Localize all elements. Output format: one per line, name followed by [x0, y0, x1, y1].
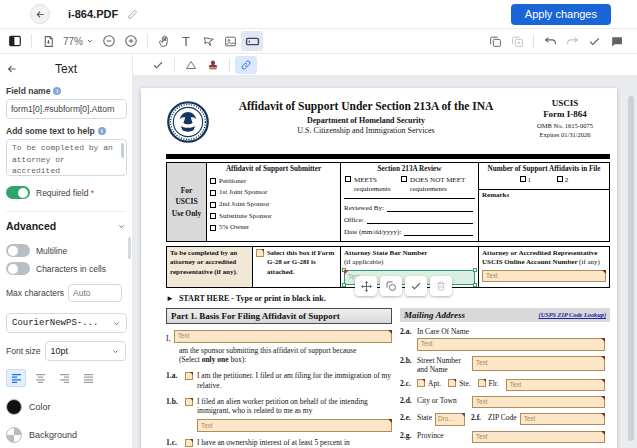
font-family-select[interactable]: CourierNewPS-...	[6, 313, 127, 333]
uscis-account-field[interactable]: Text	[482, 270, 606, 282]
back-button[interactable]	[30, 4, 50, 24]
textarea-scrollbar[interactable]	[121, 143, 124, 158]
checkbox[interactable]	[210, 202, 216, 208]
characters-in-cells-toggle[interactable]	[6, 262, 30, 275]
apt-ste-flr-field[interactable]: Text	[506, 379, 605, 391]
state-dropdown-field[interactable]: Dro...	[435, 413, 465, 426]
info-icon[interactable]: i	[53, 87, 61, 95]
multiline-label: Multiline	[36, 246, 67, 256]
zoom-out-button[interactable]	[98, 31, 120, 51]
intro-prefix: I,	[166, 334, 171, 343]
info-icon[interactable]: i	[98, 127, 106, 135]
resize-handle[interactable]	[342, 283, 346, 287]
mailing-title: Mailing Address	[404, 310, 465, 320]
link-tool[interactable]	[235, 56, 257, 74]
text-align-group	[6, 369, 126, 387]
align-right-button[interactable]	[54, 369, 74, 387]
item-1a-checkbox-field[interactable]	[185, 372, 193, 380]
item-1b-checkbox-field[interactable]	[185, 398, 193, 406]
mailing-header: Mailing Address (USPS ZIP Code Lookup)	[400, 308, 610, 322]
zoom-level-select[interactable]: 77%	[59, 36, 98, 47]
required-flag	[344, 270, 349, 275]
remarks-box: Remarks	[479, 189, 609, 234]
comments-icon[interactable]	[605, 31, 627, 51]
multiline-row: Multiline	[6, 244, 126, 257]
sidebar-toggle-icon[interactable]	[4, 31, 26, 51]
background-row: Background	[6, 427, 126, 443]
align-justify-button[interactable]	[78, 369, 98, 387]
sponsor-name-field[interactable]: Text	[174, 330, 392, 343]
delete-field-button[interactable]	[430, 276, 452, 296]
form-field-tool[interactable]	[241, 31, 263, 51]
merge-copy-icon[interactable]	[506, 31, 528, 51]
resize-handle[interactable]	[473, 268, 477, 272]
undo-button[interactable]	[539, 31, 561, 51]
mailing-row-2c: 2.c. Apt. Ste. Flr. Text	[400, 379, 610, 391]
text-color-swatch[interactable]	[6, 399, 22, 415]
checkbox[interactable]	[401, 176, 407, 182]
background-color-swatch[interactable]	[6, 427, 22, 443]
checkbox[interactable]	[345, 176, 351, 182]
advanced-section-header[interactable]: Advanced	[6, 211, 126, 234]
checkbox[interactable]	[557, 176, 563, 182]
ste-checkbox-field[interactable]	[448, 379, 456, 387]
image-tool[interactable]	[219, 31, 241, 51]
checkbox[interactable]	[520, 176, 526, 182]
align-left-button[interactable]	[6, 369, 26, 387]
sidebar-scrollbar[interactable]	[128, 237, 131, 259]
checkbox[interactable]	[210, 213, 216, 219]
font-size-select[interactable]: 10pt	[45, 341, 127, 361]
item-1c-checkbox-field[interactable]	[185, 439, 193, 447]
document-canvas[interactable]: Affidavit of Support Under Section 213A …	[133, 76, 637, 448]
duplicate-page-icon[interactable]	[484, 31, 506, 51]
omb-number: OMB No. 1615-0075	[520, 122, 610, 129]
in-care-of-field[interactable]: Text	[417, 338, 605, 351]
zoom-in-button[interactable]	[120, 31, 142, 51]
approve-check-icon[interactable]	[583, 31, 605, 51]
checkbox[interactable]	[210, 190, 216, 196]
street-number-field[interactable]: Text	[472, 356, 605, 371]
duplicate-field-button[interactable]	[380, 276, 402, 296]
dhs-seal	[166, 96, 212, 152]
font-size-value: 10pt	[51, 346, 69, 356]
page-settings-icon[interactable]	[37, 31, 59, 51]
sidebar-header: Text	[6, 62, 126, 76]
usps-zip-lookup-link[interactable]: (USPS ZIP Code Lookup)	[539, 311, 606, 318]
canvas-vertical-scrollbar[interactable]	[628, 96, 634, 441]
confirm-field-button[interactable]	[405, 276, 427, 296]
checkbox[interactable]	[210, 178, 216, 184]
zip-code-field[interactable]: Text	[520, 413, 605, 425]
pan-hand-tool[interactable]	[153, 31, 175, 51]
triangle-shape-tool[interactable]	[180, 56, 202, 74]
multiline-toggle[interactable]	[6, 244, 30, 257]
check-annotation-tool[interactable]	[147, 56, 169, 74]
flr-checkbox-field[interactable]	[478, 379, 486, 387]
item-1b-text-field[interactable]: Text	[197, 419, 392, 432]
mailing-row-2g: 2.g. Province Text	[400, 431, 610, 443]
help-text-textarea[interactable]: To be completed by an attorney or accred…	[6, 139, 127, 176]
apply-changes-button[interactable]: Apply changes	[511, 4, 611, 25]
checkbox[interactable]	[210, 225, 216, 231]
main-toolbar: 77% T	[0, 28, 637, 54]
city-field[interactable]: Text	[472, 396, 605, 408]
required-field-toggle[interactable]	[6, 186, 30, 199]
form-number: Form I-864	[543, 109, 587, 119]
help-text-label: Add some text to help i	[6, 126, 126, 136]
field-name-input[interactable]	[6, 99, 127, 119]
mailing-row-2b: 2.b. Street Number and Name Text	[400, 356, 610, 374]
callout-shape-tool[interactable]	[197, 31, 219, 51]
apt-checkbox-field[interactable]	[417, 379, 425, 387]
submitter-header: Affidavit of Support Submitter	[210, 165, 337, 174]
max-characters-input[interactable]	[68, 284, 122, 302]
redo-button[interactable]	[561, 31, 583, 51]
rename-pencil-icon[interactable]	[127, 9, 138, 20]
sidebar-back-button[interactable]	[6, 63, 22, 75]
text-tool[interactable]: T	[175, 31, 197, 51]
stamp-tool[interactable]	[202, 56, 224, 74]
font-family-value: CourierNewPS-...	[12, 318, 98, 328]
g28-checkbox-field[interactable]	[256, 249, 264, 257]
align-center-button[interactable]	[30, 369, 50, 387]
province-field[interactable]: Text	[472, 431, 605, 443]
move-field-button[interactable]	[355, 276, 377, 296]
resize-handle[interactable]	[473, 283, 477, 287]
